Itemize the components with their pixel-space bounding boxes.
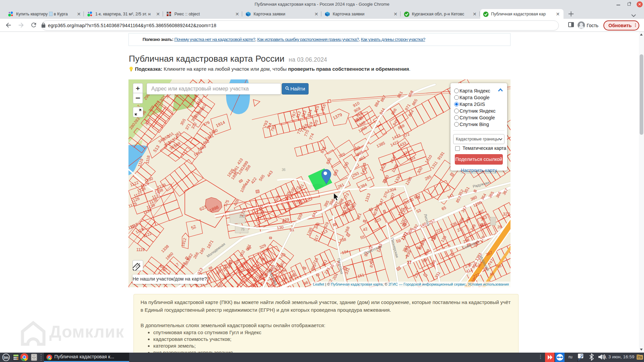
svg-text:1119: 1119 [137,247,145,252]
svg-text:lm: lm [3,355,8,360]
svg-text:co: co [638,357,640,359]
svg-text:130: 130 [277,225,284,231]
svg-text:7: 7 [405,255,408,260]
svg-text:129: 129 [282,217,290,223]
svg-text:36: 36 [282,168,286,172]
svg-text:322: 322 [503,212,510,217]
svg-text:37: 37 [407,260,412,265]
svg-text:75: 75 [241,228,245,231]
svg-text:91: 91 [289,227,294,233]
svg-text:2Б: 2Б [497,225,502,229]
